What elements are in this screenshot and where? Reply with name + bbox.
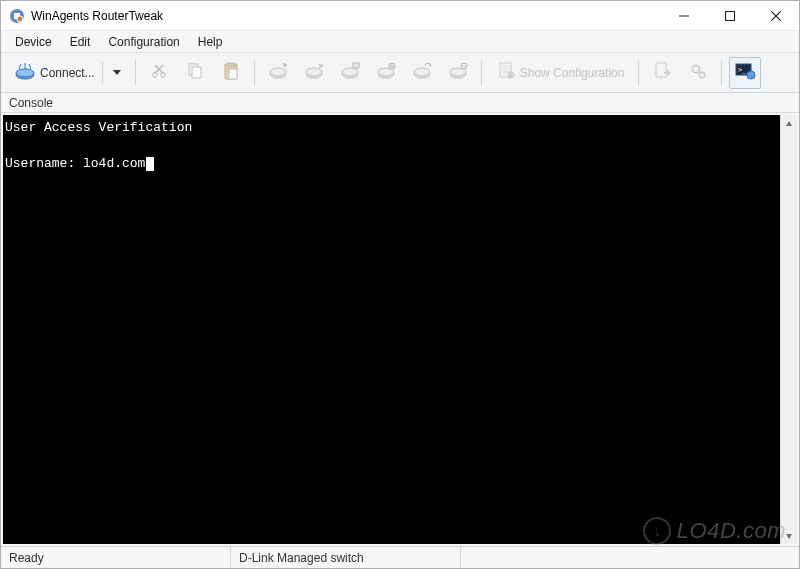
console-tab-label: Console bbox=[9, 96, 53, 110]
statusbar: Ready D-Link Managed switch bbox=[1, 546, 799, 568]
router-icon bbox=[447, 60, 469, 85]
router-action-2[interactable] bbox=[298, 57, 330, 89]
chevron-down-icon[interactable] bbox=[113, 70, 121, 75]
console-prompt: Username: bbox=[5, 156, 83, 171]
toolbar-separator bbox=[481, 60, 482, 86]
svg-point-9 bbox=[152, 73, 157, 78]
clipboard-icon bbox=[221, 61, 241, 84]
svg-point-8 bbox=[16, 69, 34, 77]
svg-point-41 bbox=[695, 68, 698, 71]
router-icon bbox=[375, 60, 397, 85]
status-center: D-Link Managed switch bbox=[231, 547, 461, 568]
connect-label: Connect... bbox=[40, 66, 95, 80]
svg-point-23 bbox=[342, 68, 358, 76]
router-icon bbox=[339, 60, 361, 85]
doc-action-1[interactable] bbox=[646, 57, 678, 89]
router-icon bbox=[303, 60, 325, 85]
toolbar: Connect... bbox=[1, 53, 799, 93]
vertical-scrollbar[interactable] bbox=[780, 115, 797, 544]
menubar: Device Edit Configuration Help bbox=[1, 31, 799, 53]
toolbar-separator bbox=[254, 60, 255, 86]
svg-point-10 bbox=[160, 73, 165, 78]
cut-button[interactable] bbox=[143, 57, 175, 89]
show-configuration-label: Show Configuration bbox=[520, 66, 625, 80]
svg-point-19 bbox=[270, 68, 286, 76]
toolbar-separator bbox=[638, 60, 639, 86]
doc-action-2[interactable] bbox=[682, 57, 714, 89]
svg-point-2 bbox=[17, 16, 23, 22]
text-cursor bbox=[146, 157, 154, 171]
router-icon bbox=[267, 60, 289, 85]
svg-marker-48 bbox=[786, 534, 792, 539]
svg-rect-39 bbox=[656, 63, 666, 77]
window-title: WinAgents RouterTweak bbox=[31, 9, 163, 23]
minimize-button[interactable] bbox=[661, 1, 707, 30]
svg-text:>_: >_ bbox=[738, 66, 747, 74]
terminal-button[interactable]: >_ bbox=[729, 57, 761, 89]
show-configuration-button[interactable]: Show Configuration bbox=[489, 57, 632, 89]
svg-rect-17 bbox=[229, 69, 237, 79]
copy-icon bbox=[185, 61, 205, 84]
terminal-icon: >_ bbox=[734, 60, 756, 85]
svg-point-43 bbox=[701, 74, 703, 76]
router-action-1[interactable] bbox=[262, 57, 294, 89]
dropdown-separator bbox=[102, 62, 103, 84]
titlebar: WinAgents RouterTweak bbox=[1, 1, 799, 31]
console-tab-header: Console bbox=[1, 93, 799, 113]
router-icon bbox=[411, 60, 433, 85]
console-output[interactable]: User Access Verification Username: lo4d.… bbox=[3, 115, 780, 544]
router-action-3[interactable] bbox=[334, 57, 366, 89]
svg-rect-24 bbox=[353, 63, 359, 68]
console-area: User Access Verification Username: lo4d.… bbox=[1, 113, 799, 546]
toolbar-separator bbox=[721, 60, 722, 86]
document-icon bbox=[496, 61, 516, 84]
svg-point-29 bbox=[414, 68, 430, 76]
svg-marker-47 bbox=[786, 121, 792, 126]
svg-point-21 bbox=[306, 68, 322, 76]
scissors-icon bbox=[149, 61, 169, 84]
menu-edit[interactable]: Edit bbox=[62, 33, 99, 51]
svg-rect-4 bbox=[726, 11, 735, 20]
status-left: Ready bbox=[1, 547, 231, 568]
router-action-4[interactable] bbox=[370, 57, 402, 89]
menu-configuration[interactable]: Configuration bbox=[100, 33, 187, 51]
menu-device[interactable]: Device bbox=[7, 33, 60, 51]
connect-button[interactable]: Connect... bbox=[7, 57, 128, 89]
svg-point-46 bbox=[747, 71, 755, 79]
copy-button[interactable] bbox=[179, 57, 211, 89]
close-button[interactable] bbox=[753, 1, 799, 30]
console-input-value: lo4d.com bbox=[83, 156, 145, 171]
router-action-5[interactable] bbox=[406, 57, 438, 89]
svg-rect-14 bbox=[192, 67, 201, 78]
maximize-button[interactable] bbox=[707, 1, 753, 30]
menu-help[interactable]: Help bbox=[190, 33, 231, 51]
status-right bbox=[461, 547, 799, 568]
document-arrow-icon bbox=[652, 61, 672, 84]
router-icon bbox=[14, 60, 36, 85]
paste-button[interactable] bbox=[215, 57, 247, 89]
app-window: WinAgents RouterTweak Device Edit Config… bbox=[0, 0, 800, 569]
scroll-up-arrow-icon[interactable] bbox=[781, 115, 797, 132]
window-controls bbox=[661, 1, 799, 30]
svg-rect-16 bbox=[228, 63, 234, 66]
scroll-down-arrow-icon[interactable] bbox=[781, 527, 797, 544]
console-line-1: User Access Verification bbox=[5, 120, 192, 135]
router-action-6[interactable] bbox=[442, 57, 474, 89]
app-icon bbox=[9, 8, 25, 24]
toolbar-separator bbox=[135, 60, 136, 86]
gears-icon bbox=[688, 61, 708, 84]
